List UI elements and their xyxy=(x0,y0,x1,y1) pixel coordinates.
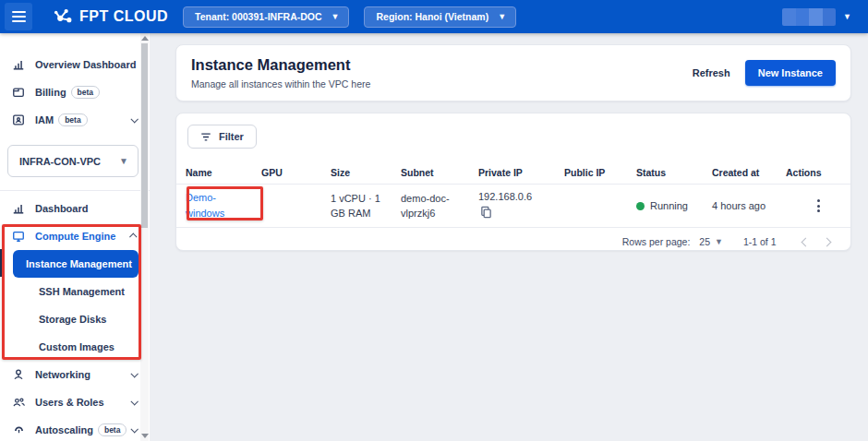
sidebar-item-compute-engine[interactable]: Compute Engine xyxy=(0,222,150,250)
scroll-down-arrow-icon[interactable] xyxy=(141,434,149,438)
sidebar-item-label: Autoscaling xyxy=(35,424,93,435)
tenant-select[interactable]: Tenant: 000391-INFRA-DOC ▼ xyxy=(183,6,349,28)
column-header-created-at[interactable]: Created at xyxy=(712,167,786,178)
page-header-card: Instance Management Manage all instances… xyxy=(175,44,851,101)
pagination-bar: Rows per page: 25 ▼ 1-1 of 1 xyxy=(176,228,850,255)
copy-icon xyxy=(480,206,492,219)
column-header-gpu[interactable]: GPU xyxy=(261,167,331,178)
sidebar-scrollbar[interactable] xyxy=(140,33,149,441)
page-header-actions: Refresh New Instance xyxy=(693,60,836,86)
chevron-down-icon: ▼ xyxy=(498,13,506,21)
sidebar-item-ssh-management[interactable]: SSH Management xyxy=(0,278,150,305)
scrollbar-thumb[interactable] xyxy=(141,43,148,228)
beta-badge: beta xyxy=(58,113,87,126)
chevron-right-icon xyxy=(823,238,832,247)
sidebar-item-label: Users & Roles xyxy=(35,397,104,408)
copy-ip-button[interactable] xyxy=(480,206,492,221)
sidebar-item-label: SSH Management xyxy=(39,286,125,297)
sidebar-divider xyxy=(0,190,150,191)
next-page-button[interactable] xyxy=(818,232,836,250)
id-badge-icon xyxy=(11,113,26,127)
sidebar-item-label: IAM xyxy=(35,114,54,125)
sidebar-item-dashboard[interactable]: Dashboard xyxy=(0,195,150,222)
sidebar-item-users-roles[interactable]: Users & Roles xyxy=(0,388,150,416)
bar-chart-icon xyxy=(11,57,26,72)
column-header-subnet[interactable]: Subnet xyxy=(401,167,478,178)
cell-name: Demo-windows xyxy=(186,190,250,221)
new-instance-button[interactable]: New Instance xyxy=(745,60,836,86)
instance-table-card: Filter Name GPU Size Subnet Private IP P… xyxy=(175,113,851,251)
region-select[interactable]: Region: Hanoi (Vietnam) ▼ xyxy=(364,6,516,28)
pagination-nav xyxy=(797,232,836,250)
status-label: Running xyxy=(650,200,688,211)
main-content: Instance Management Manage all instances… xyxy=(150,33,868,441)
topbar: FPT CLOUD Tenant: 000391-INFRA-DOC ▼ Reg… xyxy=(0,0,868,33)
network-node-icon xyxy=(11,367,26,382)
cell-status: Running xyxy=(636,200,712,211)
column-header-name[interactable]: Name xyxy=(186,167,261,178)
sidebar-item-iam[interactable]: IAM beta xyxy=(0,106,150,134)
refresh-button[interactable]: Refresh xyxy=(693,67,730,78)
column-header-size[interactable]: Size xyxy=(331,167,401,178)
previous-page-button[interactable] xyxy=(797,232,814,250)
column-header-actions: Actions xyxy=(786,167,850,178)
status-running-dot xyxy=(636,202,645,210)
sidebar-item-label: Instance Management xyxy=(26,258,132,269)
cell-size: 1 vCPU · 1 GB RAM xyxy=(331,191,392,221)
menu-button[interactable] xyxy=(5,3,32,30)
scroll-up-arrow-icon[interactable] xyxy=(141,36,149,41)
bar-chart-icon xyxy=(11,201,26,216)
column-header-private-ip[interactable]: Private IP xyxy=(478,167,564,178)
vpc-select[interactable]: INFRA-CON-VPC ▼ xyxy=(7,145,139,177)
rows-per-page-select[interactable]: 25 ▼ xyxy=(699,236,723,247)
sidebar-item-label: Overview Dashboard xyxy=(35,59,136,70)
page-header-text: Instance Management Manage all instances… xyxy=(191,56,370,89)
hamburger-icon xyxy=(12,11,26,13)
sidebar-item-autoscaling[interactable]: Autoscaling beta xyxy=(0,416,150,441)
chevron-down-icon: ▼ xyxy=(332,13,340,21)
active-section-indicator xyxy=(0,249,5,277)
chevron-down-icon: ▼ xyxy=(843,13,851,21)
chevron-down-icon: ▼ xyxy=(715,237,723,246)
sidebar-item-label: Compute Engine xyxy=(35,231,115,242)
chevron-down-icon xyxy=(130,398,138,405)
row-actions-button[interactable] xyxy=(814,196,824,216)
pagination-range: 1-1 of 1 xyxy=(743,236,777,247)
brand-logo: FPT CLOUD xyxy=(53,6,168,27)
kebab-icon xyxy=(817,199,820,202)
sidebar-item-custom-images[interactable]: Custom Images xyxy=(0,333,150,361)
page-subtitle: Manage all instances within the VPC here xyxy=(191,78,370,89)
table-row: Demo-windows 1 vCPU · 1 GB RAM demo-doc-… xyxy=(176,185,850,227)
rows-per-page-label: Rows per page: xyxy=(622,236,691,247)
table-header-row: Name GPU Size Subnet Private IP Public I… xyxy=(176,161,850,184)
sidebar: Overview Dashboard Billing beta xyxy=(0,33,150,441)
sidebar-item-label: Billing xyxy=(35,87,66,98)
region-label: Region: Hanoi (Vietnam) xyxy=(376,11,488,22)
column-header-status[interactable]: Status xyxy=(636,167,712,178)
monitor-icon xyxy=(11,229,26,244)
user-menu[interactable]: ▼ xyxy=(782,8,851,26)
sidebar-item-label: Storage Disks xyxy=(39,314,106,325)
column-header-public-ip[interactable]: Public IP xyxy=(564,167,636,178)
sidebar-item-label: Custom Images xyxy=(39,341,115,352)
sidebar-item-label: Networking xyxy=(35,369,90,380)
sidebar-item-storage-disks[interactable]: Storage Disks xyxy=(0,305,150,333)
rows-per-page-value: 25 xyxy=(699,236,710,247)
filter-label: Filter xyxy=(219,131,244,142)
filter-icon xyxy=(200,132,211,142)
people-icon xyxy=(11,395,26,410)
vpc-select-value: INFRA-CON-VPC xyxy=(19,156,101,167)
tenant-label: Tenant: 000391-INFRA-DOC xyxy=(195,11,322,22)
beta-badge: beta xyxy=(71,86,100,99)
chevron-down-icon xyxy=(130,425,138,433)
cell-subnet: demo-doc-vlprzkj6 xyxy=(401,191,467,221)
chevron-up-icon xyxy=(129,232,137,240)
sidebar-item-overview-dashboard[interactable]: Overview Dashboard xyxy=(0,51,150,78)
instance-name-link[interactable]: Demo-windows xyxy=(186,192,224,219)
filter-button[interactable]: Filter xyxy=(187,125,257,149)
sidebar-item-networking[interactable]: Networking xyxy=(0,361,150,388)
sidebar-item-billing[interactable]: Billing beta xyxy=(0,78,150,106)
cell-private-ip: 192.168.0.6 xyxy=(478,190,564,221)
sidebar-item-instance-management[interactable]: Instance Management xyxy=(13,250,139,278)
gauge-icon xyxy=(11,423,26,437)
